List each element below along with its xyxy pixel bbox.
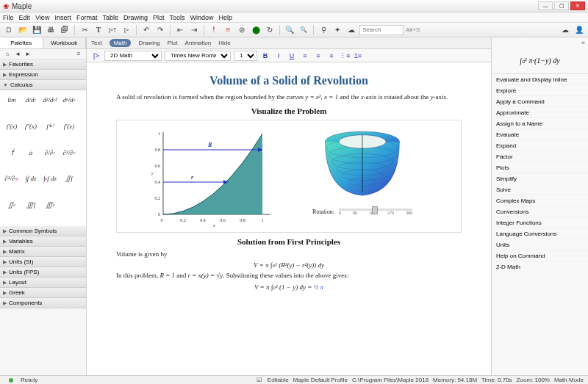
execute-icon[interactable]: ! bbox=[208, 24, 220, 36]
insert-text-icon[interactable]: [>T bbox=[107, 24, 118, 36]
underline-button[interactable]: U bbox=[287, 51, 297, 61]
sym-lim[interactable]: lim bbox=[3, 93, 21, 106]
indent-left-icon[interactable]: ⇤ bbox=[174, 24, 186, 36]
style-select[interactable]: 2D Math bbox=[104, 51, 162, 61]
context-item[interactable]: Factor bbox=[492, 151, 588, 162]
palette-favorites[interactable]: Favorites bbox=[0, 59, 86, 70]
search-input[interactable] bbox=[359, 25, 404, 35]
sym-ddx[interactable]: d/dx bbox=[22, 93, 40, 106]
sym-adot[interactable]: ä bbox=[22, 146, 40, 159]
context-item[interactable]: Apply a Command bbox=[492, 96, 588, 107]
menu-icon[interactable]: ≡ bbox=[74, 50, 83, 59]
palette-units-fps[interactable]: Units (FPS) bbox=[0, 267, 86, 278]
open-icon[interactable]: 📂 bbox=[17, 24, 29, 36]
context-item[interactable]: Simplify bbox=[492, 173, 588, 184]
sym-partialxy[interactable]: ∂²/∂xy bbox=[3, 172, 21, 185]
palette-components[interactable]: Components bbox=[0, 298, 86, 308]
context-item[interactable]: Units bbox=[492, 239, 588, 250]
bold-button[interactable]: B bbox=[260, 51, 270, 61]
context-item[interactable]: Evaluate and Display Inline bbox=[492, 74, 588, 85]
rotation-slider[interactable] bbox=[339, 209, 412, 211]
menu-edit[interactable]: Edit bbox=[19, 14, 31, 21]
sym-int[interactable]: ∫f dz bbox=[22, 172, 40, 185]
stop-icon[interactable]: ⊘ bbox=[236, 24, 248, 36]
menu-plot[interactable]: Plot bbox=[153, 14, 165, 21]
align-right-icon[interactable]: ≡ bbox=[326, 51, 337, 61]
palette-greek[interactable]: Greek bbox=[0, 288, 86, 298]
signin-icon[interactable]: 👤 bbox=[573, 24, 585, 36]
font-select[interactable]: Times New Roman bbox=[165, 51, 231, 61]
palette-matrix[interactable]: Matrix bbox=[0, 247, 86, 257]
italic-button[interactable]: I bbox=[273, 51, 284, 61]
menu-file[interactable]: File bbox=[3, 14, 14, 21]
context-item[interactable]: 2-D Math bbox=[492, 261, 588, 272]
menu-drawing[interactable]: Drawing bbox=[123, 14, 148, 21]
menu-help[interactable]: Help bbox=[219, 14, 233, 21]
minimize-button[interactable]: — bbox=[538, 1, 553, 10]
back-icon[interactable]: ◄ bbox=[13, 50, 22, 59]
context-item[interactable]: Conversions bbox=[492, 206, 588, 217]
menu-table[interactable]: Table bbox=[102, 14, 118, 21]
save-icon[interactable]: 💾 bbox=[31, 24, 43, 36]
bullets-icon[interactable]: ⋮≡ bbox=[340, 51, 350, 61]
context-item[interactable]: Explore bbox=[492, 85, 588, 96]
redo-icon[interactable]: ↷ bbox=[154, 24, 166, 36]
preview-icon[interactable]: 🗐 bbox=[59, 24, 71, 36]
menu-insert[interactable]: Insert bbox=[54, 14, 71, 21]
context-item[interactable]: Solve bbox=[492, 184, 588, 195]
tab-text[interactable]: Text bbox=[91, 40, 102, 46]
menu-window[interactable]: Window bbox=[190, 14, 213, 21]
palette-common[interactable]: Common Symbols bbox=[0, 226, 86, 236]
sym-iintab[interactable]: ∬a bbox=[3, 198, 21, 211]
execute-all-icon[interactable]: !!! bbox=[222, 24, 234, 36]
tab-workbook[interactable]: Workbook bbox=[43, 37, 87, 48]
sym-partial2[interactable]: ∂²/∂x bbox=[60, 146, 78, 159]
insert-exec-icon[interactable]: [> bbox=[121, 24, 132, 36]
fwd-icon[interactable]: ► bbox=[24, 50, 32, 59]
palette-calculus[interactable]: Calculus bbox=[0, 80, 86, 90]
new-icon[interactable]: 🗋 bbox=[3, 24, 15, 36]
cloud-icon[interactable]: ☁ bbox=[559, 24, 571, 36]
print-icon[interactable]: 🖶 bbox=[45, 24, 57, 36]
sym-intab[interactable]: ∫af dz bbox=[41, 172, 59, 185]
context-item[interactable]: Approximate bbox=[492, 107, 588, 118]
numbers-icon[interactable]: 1≡ bbox=[353, 51, 363, 61]
sym-dndxn[interactable]: dⁿ/dx bbox=[60, 93, 78, 106]
indent-right-icon[interactable]: ⇥ bbox=[188, 24, 200, 36]
tool1-icon[interactable]: ⚲ bbox=[318, 24, 329, 36]
align-center-icon[interactable]: ≡ bbox=[313, 51, 323, 61]
context-item[interactable]: Assign to a Name bbox=[492, 118, 588, 129]
context-item[interactable]: Expand bbox=[492, 140, 588, 151]
size-select[interactable]: 12 bbox=[234, 51, 257, 61]
zoom-in-icon[interactable]: 🔍 bbox=[284, 24, 295, 36]
document-body[interactable]: Volume of a Solid of Revolution A solid … bbox=[87, 62, 491, 375]
menu-format[interactable]: Format bbox=[76, 14, 98, 21]
sym-d2dx2[interactable]: d²/dx² bbox=[41, 93, 59, 106]
home-icon[interactable]: ⌂ bbox=[3, 50, 12, 59]
palette-expression[interactable]: Expression bbox=[0, 70, 86, 80]
tab-plot[interactable]: Plot bbox=[168, 40, 178, 46]
sym-fdot[interactable]: ḟ bbox=[3, 146, 21, 159]
collapse-icon[interactable]: « bbox=[581, 39, 585, 46]
menu-view[interactable]: View bbox=[35, 14, 49, 21]
context-item[interactable]: Plots bbox=[492, 162, 588, 173]
tab-palettes[interactable]: Palettes bbox=[0, 37, 43, 48]
plot-3d[interactable]: Rotation: 090180270360 bbox=[293, 125, 432, 228]
tab-animation[interactable]: Animation bbox=[185, 40, 212, 46]
tab-drawing[interactable]: Drawing bbox=[138, 40, 159, 46]
rise-icon[interactable]: ☁ bbox=[345, 24, 357, 36]
context-item[interactable]: Complex Maps bbox=[492, 195, 588, 206]
maximize-button[interactable]: ▢ bbox=[554, 1, 569, 10]
context-item[interactable]: Help on Command bbox=[492, 250, 588, 261]
menu-tools[interactable]: Tools bbox=[169, 14, 184, 21]
sym-fprime[interactable]: f′(x) bbox=[3, 120, 21, 133]
sym-fpx[interactable]: f′(x) bbox=[60, 120, 78, 133]
sym-iiint[interactable]: ∭f bbox=[22, 198, 40, 211]
tool2-icon[interactable]: ✦ bbox=[331, 24, 343, 36]
sym-fn[interactable]: f⁽ⁿ⁾ bbox=[41, 120, 59, 133]
plot-2d[interactable]: 0 0.2 0.4 0.6 0.8 1 0 0.2 0.4 0.6 0.8 1 bbox=[146, 125, 278, 228]
context-item[interactable]: Language Conversions bbox=[492, 228, 588, 239]
palette-variables[interactable]: Variables bbox=[0, 236, 86, 247]
context-item[interactable]: Evaluate bbox=[492, 129, 588, 140]
sym-iint[interactable]: ∬f bbox=[60, 172, 78, 185]
